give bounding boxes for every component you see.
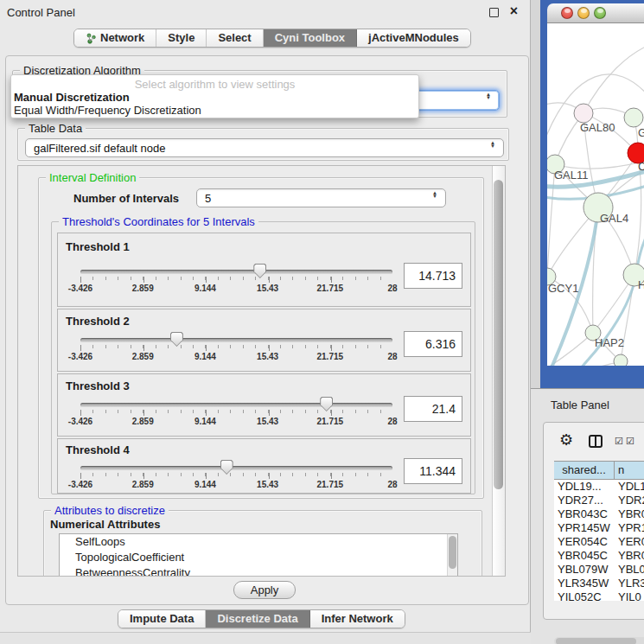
tab-cyni-toolbox[interactable]: Cyni Toolbox — [264, 29, 357, 47]
tick-label: 15.43 — [257, 480, 278, 489]
table-row[interactable]: YLR345WYLR3 — [554, 577, 644, 590]
tab-jactivemnodules[interactable]: jActiveMNodules — [357, 29, 470, 47]
tab-style[interactable]: Style — [156, 29, 207, 47]
table-panel-body: ⚙ ☑ ☑ shared... n YDL19...YDL1 YDR27...Y… — [543, 422, 644, 620]
tick-label: 28 — [387, 352, 397, 361]
minimize-traffic-light-icon[interactable] — [577, 7, 590, 19]
close-icon[interactable]: × — [510, 3, 518, 19]
threshold-label: Threshold 4 — [66, 443, 130, 456]
table-row[interactable]: YDL19...YDL1 — [554, 480, 644, 494]
threshold-panel-2: Threshold 2 -3.426 2.859 9.144 15.43 — [57, 309, 471, 372]
list-item[interactable]: TopologicalCoefficient — [60, 550, 457, 565]
tick-label: 9.144 — [194, 417, 216, 426]
slider-tick-labels: -3.426 2.859 9.144 15.43 21.715 28 — [80, 284, 392, 294]
cell[interactable]: YIL0 — [615, 590, 644, 601]
checkbox-icon[interactable]: ☑ — [615, 436, 623, 447]
cell[interactable]: YBR0 — [615, 549, 644, 563]
list-item[interactable]: BetweennessCentrality — [60, 565, 457, 577]
cell[interactable]: YBR045C — [554, 549, 615, 563]
table-row[interactable]: YBR043CYBR0 — [554, 507, 644, 521]
slider-track[interactable] — [80, 270, 392, 274]
tab-discretize-data[interactable]: Discretize Data — [206, 610, 309, 628]
tab-select[interactable]: Select — [207, 29, 263, 47]
cell[interactable]: YPR1 — [615, 521, 644, 535]
tab-network[interactable]: Network — [74, 29, 156, 47]
table-row[interactable]: YPR145WYPR1 — [554, 521, 644, 535]
cell[interactable]: YDR27... — [554, 494, 615, 507]
threshold-label: Threshold 1 — [66, 240, 130, 253]
group-title: Interval Definition — [46, 171, 139, 184]
network-canvas[interactable]: GAL80 GAL11 GAL4 GCY1 HAP2 G C H — [547, 23, 644, 366]
settings-scrollbar[interactable] — [492, 166, 505, 576]
column-header-name[interactable]: n — [615, 462, 644, 479]
threshold-slider-2[interactable]: -3.426 2.859 9.144 15.43 21.715 28 — [80, 333, 392, 362]
num-intervals-label: Number of Intervals — [73, 192, 179, 205]
slider-track[interactable] — [80, 403, 392, 407]
threshold-value-field[interactable]: 14.713 — [404, 263, 462, 289]
cell[interactable]: YER054C — [554, 535, 615, 549]
table-horizontal-scrollbar[interactable] — [554, 637, 644, 644]
num-intervals-combo[interactable]: 5 ▲▼ — [196, 188, 446, 207]
table-horizontal-scrollbar-thumb[interactable] — [556, 638, 636, 644]
table-row[interactable]: YBR045CYBR0 — [554, 549, 644, 563]
cell[interactable]: YLR3 — [615, 577, 644, 590]
bottom-divider — [0, 632, 531, 644]
slider-track[interactable] — [80, 338, 392, 342]
gear-icon[interactable]: ⚙ — [559, 432, 573, 448]
list-item[interactable]: SelfLoops — [60, 534, 457, 550]
cell[interactable]: YBL0 — [615, 563, 644, 577]
cell[interactable]: YBL079W — [554, 563, 615, 577]
popup-item-manual-discretization[interactable]: Manual Discretization — [14, 91, 130, 104]
cell[interactable]: YDL19... — [554, 480, 615, 494]
threshold-value-field[interactable]: 21.4 — [404, 396, 462, 422]
cell[interactable]: YER0 — [615, 535, 644, 549]
cell[interactable]: YBR0 — [615, 507, 644, 521]
table-row[interactable]: YER054CYER0 — [554, 535, 644, 549]
cell[interactable]: YDL1 — [615, 480, 644, 494]
tick-label: -3.426 — [68, 284, 92, 293]
tick-label: 2.859 — [132, 352, 154, 361]
settings-scrollbar-thumb[interactable] — [494, 180, 503, 489]
zoom-traffic-light-icon[interactable] — [594, 7, 606, 19]
threshold-slider-3[interactable]: -3.426 2.859 9.144 15.43 21.715 28 — [80, 398, 392, 427]
table-row[interactable]: YDR27...YDR2 — [554, 494, 644, 507]
tab-label: Discretize Data — [217, 610, 297, 628]
tab-infer-network[interactable]: Infer Network — [310, 610, 405, 628]
cell[interactable]: YDR2 — [615, 494, 644, 507]
close-traffic-light-icon[interactable] — [561, 7, 573, 19]
cell[interactable]: YBR043C — [554, 507, 615, 521]
popup-item-equal-width-frequency[interactable]: Equal Width/Frequency Discretization — [14, 104, 201, 117]
column-layout-icon[interactable] — [589, 435, 603, 448]
threshold-panel-4: Threshold 4 -3.426 2.859 9.144 15.43 — [57, 438, 471, 494]
list-scrollbar[interactable] — [447, 534, 457, 577]
table-row[interactable]: YBL079WYBL0 — [554, 563, 644, 577]
network-window-titlebar[interactable] — [547, 3, 644, 23]
network-icon — [86, 33, 96, 44]
column-header-shared-name[interactable]: shared... — [554, 462, 615, 479]
table-data-combo[interactable]: galFiltered.sif default node ▲▼ — [25, 138, 504, 157]
cell[interactable]: YPR145W — [554, 521, 615, 535]
table-row[interactable]: YIL052CYIL0 — [554, 590, 644, 601]
node-table: shared... n YDL19...YDL1 YDR27...YDR2 YB… — [554, 461, 644, 601]
node-label-cut-h: H — [638, 278, 644, 291]
threshold-slider-1[interactable]: -3.426 2.859 9.144 15.43 21.715 28 — [80, 265, 392, 294]
apply-button[interactable]: Apply — [233, 581, 296, 599]
tab-label: Cyni Toolbox — [275, 29, 345, 47]
tab-impute-data[interactable]: Impute Data — [118, 610, 206, 628]
tab-label: Select — [218, 29, 251, 47]
tick-label: 2.859 — [132, 284, 154, 293]
cell[interactable]: YIL052C — [554, 590, 615, 601]
algorithm-dropdown-popup: Select algorithm to view settings Manual… — [10, 74, 419, 118]
interval-definition-group: Interval Definition Number of Intervals … — [38, 177, 484, 499]
list-scrollbar-thumb[interactable] — [449, 536, 456, 569]
numerical-attributes-list[interactable]: SelfLoops TopologicalCoefficient Between… — [59, 533, 458, 577]
cell[interactable]: YLR345W — [554, 577, 615, 590]
threshold-value-field[interactable]: 11.344 — [404, 458, 462, 484]
checkbox-icon[interactable]: ☑ — [626, 436, 634, 447]
threshold-value-field[interactable]: 6.316 — [404, 331, 462, 357]
float-window-icon[interactable] — [489, 8, 499, 17]
network-view-window: GAL80 GAL11 GAL4 GCY1 HAP2 G C H — [540, 0, 644, 388]
slider-track[interactable] — [80, 466, 392, 470]
control-panel: Control Panel × Network Style Select Cyn… — [0, 0, 531, 644]
threshold-slider-4[interactable]: -3.426 2.859 9.144 15.43 21.715 28 — [80, 461, 392, 490]
